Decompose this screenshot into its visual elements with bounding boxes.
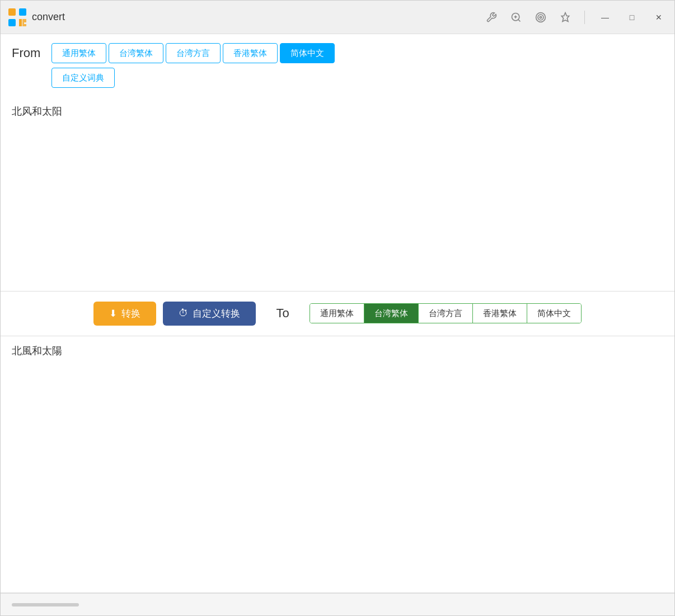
from-text-display[interactable]: 北风和太阳	[1, 97, 674, 291]
from-tabs-row: 通用繁体 台湾繁体 台湾方言 香港繁体 简体中文	[51, 43, 335, 63]
to-output-text: 北風和太陽	[12, 345, 62, 356]
custom-convert-btn-label: 自定义转换	[193, 307, 240, 320]
wrench-button[interactable]	[484, 10, 499, 25]
to-text-display[interactable]: 北風和太陽	[1, 336, 674, 593]
to-tab-taiwan-dialect[interactable]: 台湾方言	[419, 304, 473, 323]
from-tab-tongyong[interactable]: 通用繁体	[51, 43, 106, 63]
from-tab-hongkong[interactable]: 香港繁体	[223, 43, 278, 63]
from-tab-simplified[interactable]: 简体中文	[280, 43, 335, 63]
svg-point-8	[538, 15, 543, 20]
scrollbar-indicator[interactable]	[12, 603, 79, 606]
to-label: To	[276, 303, 289, 323]
app-title: convert	[32, 11, 65, 23]
svg-rect-2	[8, 19, 16, 26]
zoom-button[interactable]	[508, 10, 524, 25]
to-tab-taiwan[interactable]: 台湾繁体	[364, 304, 419, 323]
to-tab-hongkong[interactable]: 香港繁体	[473, 304, 527, 323]
convert-btn-label: 转换	[121, 307, 140, 320]
titlebar-controls: — □ ✕	[484, 8, 668, 26]
bottom-bar	[1, 593, 674, 615]
from-tab-taiwan[interactable]: 台湾繁体	[109, 43, 163, 63]
app-logo: convert	[7, 7, 65, 27]
logo-icon	[7, 7, 27, 27]
titlebar: convert	[1, 1, 674, 34]
maximize-icon: □	[630, 13, 634, 22]
svg-point-9	[540, 16, 541, 18]
from-custom-dict-btn[interactable]: 自定义词典	[51, 68, 115, 88]
from-custom-row: 自定义词典	[51, 68, 335, 88]
to-tabs-row: 通用繁体 台湾繁体 台湾方言 香港繁体 简体中文	[310, 303, 582, 323]
to-tab-tongyong[interactable]: 通用繁体	[310, 304, 364, 323]
from-tab-taiwan-dialect[interactable]: 台湾方言	[166, 43, 221, 63]
minimize-icon: —	[601, 13, 609, 22]
from-header: From 通用繁体 台湾繁体 台湾方言 香港繁体 简体中文 自定义词典	[1, 34, 674, 97]
svg-rect-1	[19, 8, 26, 16]
app-window: convert	[0, 0, 675, 616]
separator	[584, 11, 585, 24]
convert-section: ⬇ 转换 ⏱ 自定义转换 To 通用繁体 台湾繁体 台湾方言 香港繁体 简体中文	[1, 291, 674, 336]
to-tab-simplified[interactable]: 简体中文	[527, 304, 581, 323]
from-section: From 通用繁体 台湾繁体 台湾方言 香港繁体 简体中文 自定义词典 北风和太…	[1, 34, 674, 291]
close-button[interactable]: ✕	[650, 8, 668, 26]
from-input-text: 北风和太阳	[12, 106, 62, 117]
to-header: To 通用繁体 台湾繁体 台湾方言 香港繁体 简体中文	[262, 303, 581, 323]
maximize-button[interactable]: □	[623, 8, 641, 26]
pin-button[interactable]	[557, 10, 573, 25]
custom-convert-icon: ⏱	[179, 308, 188, 319]
svg-rect-0	[8, 8, 16, 16]
close-icon: ✕	[655, 13, 662, 22]
svg-line-4	[518, 19, 521, 21]
from-label: From	[12, 43, 40, 63]
minimize-button[interactable]: —	[596, 8, 614, 26]
from-tabs-group: 通用繁体 台湾繁体 台湾方言 香港繁体 简体中文 自定义词典	[51, 43, 335, 88]
custom-convert-button[interactable]: ⏱ 自定义转换	[163, 302, 256, 326]
convert-icon: ⬇	[109, 308, 117, 319]
main-content: From 通用繁体 台湾繁体 台湾方言 香港繁体 简体中文 自定义词典 北风和太…	[1, 34, 674, 615]
to-section: 北風和太陽	[1, 336, 674, 594]
target-button[interactable]	[533, 10, 549, 25]
convert-button[interactable]: ⬇ 转换	[93, 302, 156, 326]
